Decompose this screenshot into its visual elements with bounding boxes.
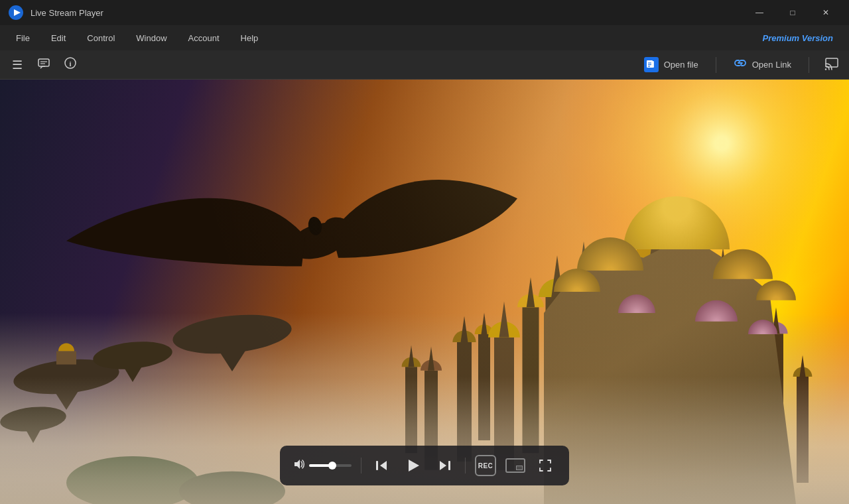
toolbar-right: Open file Open Link — [635, 52, 844, 77]
toolbar-divider-2 — [809, 57, 809, 73]
menu-account[interactable]: Account — [178, 25, 230, 50]
close-button[interactable]: ✕ — [811, 3, 841, 23]
maximize-button[interactable]: □ — [777, 3, 808, 23]
pip-inner-icon — [516, 466, 523, 470]
menu-control[interactable]: Control — [76, 25, 125, 50]
skip-back-button[interactable] — [371, 455, 392, 476]
svg-marker-15 — [294, 460, 300, 469]
svg-rect-13 — [826, 58, 838, 67]
player-controls: REC — [280, 446, 569, 485]
minimize-button[interactable]: — — [744, 3, 775, 23]
toolbar-left: ☰ i — [5, 53, 82, 77]
volume-thumb — [328, 462, 336, 470]
menu-file[interactable]: File — [5, 25, 40, 50]
cast-button[interactable] — [820, 53, 844, 77]
menu-bar: File Edit Control Window Account Help Pr… — [0, 25, 849, 50]
svg-rect-17 — [376, 461, 378, 470]
play-button[interactable] — [401, 454, 425, 477]
chat-button[interactable] — [32, 53, 56, 77]
toolbar-divider-1 — [716, 57, 716, 73]
svg-rect-20 — [448, 461, 450, 470]
info-button[interactable]: i — [58, 53, 82, 77]
app-title: Live Stream Player — [31, 8, 103, 18]
premium-label[interactable]: Premium Version — [763, 33, 844, 43]
hamburger-icon: ☰ — [12, 58, 23, 72]
toolbar: ☰ i — [0, 50, 849, 80]
menu-items: File Edit Control Window Account Help — [5, 25, 269, 50]
open-link-label: Open Link — [752, 60, 791, 70]
title-bar: Live Stream Player — □ ✕ — [0, 0, 849, 25]
open-link-button[interactable]: Open Link — [724, 52, 801, 77]
info-icon: i — [64, 56, 77, 73]
svg-marker-19 — [440, 461, 446, 470]
video-canvas — [0, 80, 849, 504]
open-link-icon — [734, 56, 747, 73]
volume-slider[interactable] — [309, 464, 352, 467]
svg-text:i: i — [69, 60, 71, 68]
video-area: REC — [0, 80, 849, 504]
app-logo-icon — [8, 5, 24, 21]
window-controls: — □ ✕ — [744, 3, 841, 23]
open-file-label: Open file — [664, 60, 698, 70]
svg-marker-18 — [409, 460, 419, 472]
pip-button[interactable] — [505, 458, 525, 473]
menu-help[interactable]: Help — [230, 25, 269, 50]
hamburger-menu-button[interactable]: ☰ — [5, 53, 29, 77]
svg-marker-16 — [380, 461, 387, 470]
cast-icon-symbol — [824, 56, 839, 74]
volume-group — [293, 458, 352, 473]
rec-label: REC — [478, 462, 493, 470]
svg-rect-2 — [38, 59, 49, 66]
volume-icon — [293, 458, 305, 473]
control-separator-1 — [361, 458, 361, 473]
fullscreen-button[interactable] — [535, 455, 556, 476]
chat-icon — [37, 57, 50, 73]
open-file-icon — [644, 57, 659, 72]
menu-edit[interactable]: Edit — [40, 25, 76, 50]
skip-forward-button[interactable] — [434, 455, 456, 476]
open-file-button[interactable]: Open file — [635, 53, 708, 76]
record-button[interactable]: REC — [475, 455, 496, 476]
menu-window[interactable]: Window — [125, 25, 177, 50]
svg-point-14 — [825, 68, 826, 70]
control-separator-2 — [465, 458, 466, 473]
title-bar-left: Live Stream Player — [8, 5, 103, 21]
